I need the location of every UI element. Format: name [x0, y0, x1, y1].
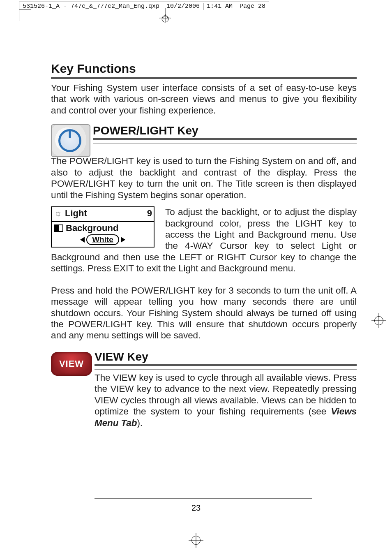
view-key-label: VIEW: [59, 359, 84, 369]
background-value: White: [86, 234, 119, 245]
rule-heavy: [95, 364, 357, 366]
header-page: Page 28: [236, 3, 269, 10]
left-arrow-icon: [80, 237, 85, 243]
para-view: The VIEW key is used to cycle through al…: [95, 372, 357, 428]
para-intro: Your Fishing System user interface consi…: [51, 82, 357, 116]
para-power-1: The POWER/LIGHT key is used to turn the …: [51, 155, 357, 201]
heading-view: VIEW Key: [95, 350, 357, 363]
heading-key-functions: Key Functions: [51, 62, 357, 76]
para-view-text-a: The VIEW key is used to cycle through al…: [95, 373, 357, 416]
header-filename: 531526-1_A - 747c_&_777c2_Man_Eng.qxp: [19, 3, 163, 10]
rule-thin: [93, 143, 357, 143]
rule-heavy: [51, 77, 357, 79]
print-header: 531526-1_A - 747c_&_777c2_Man_Eng.qxp 10…: [0, 0, 392, 10]
heading-power-light: POWER/LIGHT Key: [93, 124, 357, 137]
header-date: 10/2/2006: [163, 3, 203, 10]
registration-mark-right: [371, 313, 386, 328]
svg-point-0: [162, 16, 168, 22]
light-label: Light: [65, 208, 87, 219]
light-value: 9: [147, 208, 152, 219]
power-light-key-icon: [51, 124, 90, 157]
page-number: 23: [0, 503, 392, 513]
header-time: 1:41 AM: [203, 3, 236, 10]
page-content: Key Functions Your Fishing System user i…: [51, 62, 357, 434]
right-arrow-icon: [121, 237, 125, 243]
rule-heavy: [93, 138, 357, 140]
background-label: Background: [66, 223, 118, 234]
light-background-menu: ☼ Light 9 Background White: [51, 206, 154, 248]
footer-rule: [95, 498, 312, 499]
para-view-text-b: ).: [137, 418, 143, 428]
light-icon: ☼: [54, 209, 62, 217]
background-icon: [54, 224, 63, 232]
crop-mark-tl: [19, 9, 31, 21]
view-key-icon: VIEW: [51, 352, 92, 376]
para-power-3: Press and hold the POWER/LIGHT key for 3…: [51, 285, 357, 341]
rule-thin: [95, 369, 357, 370]
registration-mark-bottom: [189, 533, 203, 548]
